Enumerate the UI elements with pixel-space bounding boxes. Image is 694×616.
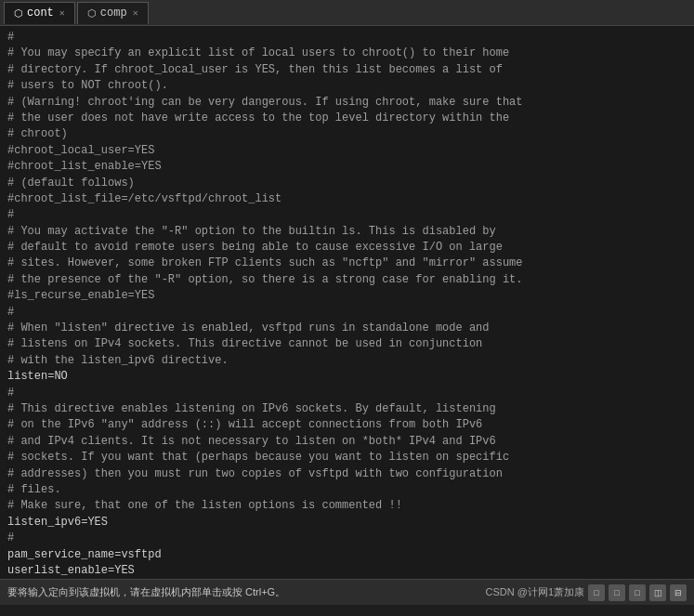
terminal-line: # bbox=[7, 386, 687, 401]
terminal-line: # chroot) bbox=[7, 126, 687, 142]
terminal-line-directive: listen_ipv6=YES bbox=[7, 515, 687, 531]
terminal-line-directive: listen=NO bbox=[7, 369, 687, 385]
terminal-line: # You may specify an explicit list of lo… bbox=[7, 46, 687, 61]
terminal-line: #chroot_local_user=YES bbox=[7, 143, 687, 159]
tab-comp[interactable]: ⬡ comp ✕ bbox=[77, 2, 149, 24]
terminal-line: # You may activate the "-R" option to th… bbox=[7, 224, 687, 240]
tab-bar: ⬡ cont ✕ ⬡ comp ✕ bbox=[0, 0, 694, 26]
terminal-line: # on the IPv6 "any" address (::) will ac… bbox=[7, 417, 687, 433]
tab-cont-label: cont bbox=[27, 7, 54, 20]
icon-5[interactable]: ⊟ bbox=[670, 584, 687, 601]
tab-comp-icon: ⬡ bbox=[87, 7, 97, 20]
terminal-line: # with the listen_ipv6 directive. bbox=[7, 353, 687, 369]
icon-2[interactable]: □ bbox=[609, 584, 625, 601]
terminal-line: # (default follows) bbox=[7, 176, 687, 191]
bottom-icons: □ □ □ ◫ ⊟ bbox=[588, 584, 687, 601]
terminal-line: # sockets. If you want that (perhaps bec… bbox=[7, 450, 687, 465]
terminal-line: # (Warning! chroot'ing can be very dange… bbox=[7, 95, 687, 111]
terminal-line: # default to avoid remote users being ab… bbox=[7, 240, 687, 256]
terminal-line-directive: pam_service_name=vsftpd bbox=[7, 547, 687, 563]
icon-3[interactable]: □ bbox=[629, 584, 646, 601]
terminal-line: # listens on IPv4 sockets. This directiv… bbox=[7, 336, 687, 352]
terminal-line: # addresses) then you must run two copie… bbox=[7, 466, 687, 482]
terminal-line: # the user does not have write access to… bbox=[7, 111, 687, 126]
terminal-line-directive: userlist_enable=YES bbox=[7, 563, 687, 579]
tab-cont[interactable]: ⬡ cont ✕ bbox=[4, 2, 75, 24]
terminal-line: #chroot_list_enable=YES bbox=[7, 159, 687, 175]
terminal-line: # bbox=[7, 305, 687, 321]
terminal-line: #ls_recurse_enable=YES bbox=[7, 288, 687, 304]
bottom-bar-right-text: CSDN @计网1萧加康 bbox=[485, 585, 584, 599]
tab-cont-icon: ⬡ bbox=[14, 7, 23, 20]
tab-comp-label: comp bbox=[100, 7, 127, 20]
terminal-body[interactable]: ## You may specify an explicit list of l… bbox=[0, 26, 694, 579]
terminal-line: # sites. However, some broken FTP client… bbox=[7, 256, 687, 271]
tab-cont-close[interactable]: ✕ bbox=[59, 7, 65, 19]
terminal-line: # When "listen" directive is enabled, vs… bbox=[7, 321, 687, 336]
terminal-line: # and IPv4 clients. It is not necessary … bbox=[7, 434, 687, 450]
terminal-line: # directory. If chroot_local_user is YES… bbox=[7, 62, 687, 78]
terminal-line: # the presence of the "-R" option, so th… bbox=[7, 272, 687, 288]
terminal-line: # Make sure, that one of the listen opti… bbox=[7, 498, 687, 514]
terminal-line: #chroot_list_file=/etc/vsftpd/chroot_lis… bbox=[7, 191, 687, 207]
terminal-line: # bbox=[7, 531, 687, 546]
terminal-line: # bbox=[7, 30, 687, 46]
tab-comp-close[interactable]: ✕ bbox=[133, 7, 138, 19]
bottom-bar: 要将输入定向到该虚拟机，请在虚拟机内部单击或按 Ctrl+G。 CSDN @计网… bbox=[0, 579, 694, 605]
terminal-line: # files. bbox=[7, 482, 687, 498]
terminal-line: # bbox=[7, 207, 687, 223]
bottom-bar-right: CSDN @计网1萧加康 □ □ □ ◫ ⊟ bbox=[485, 584, 687, 601]
icon-4[interactable]: ◫ bbox=[649, 584, 666, 601]
icon-1[interactable]: □ bbox=[588, 584, 605, 601]
terminal-line: # This directive enables listening on IP… bbox=[7, 401, 687, 417]
bottom-bar-left-text: 要将输入定向到该虚拟机，请在虚拟机内部单击或按 Ctrl+G。 bbox=[7, 585, 285, 599]
terminal-line: # users to NOT chroot(). bbox=[7, 78, 687, 94]
